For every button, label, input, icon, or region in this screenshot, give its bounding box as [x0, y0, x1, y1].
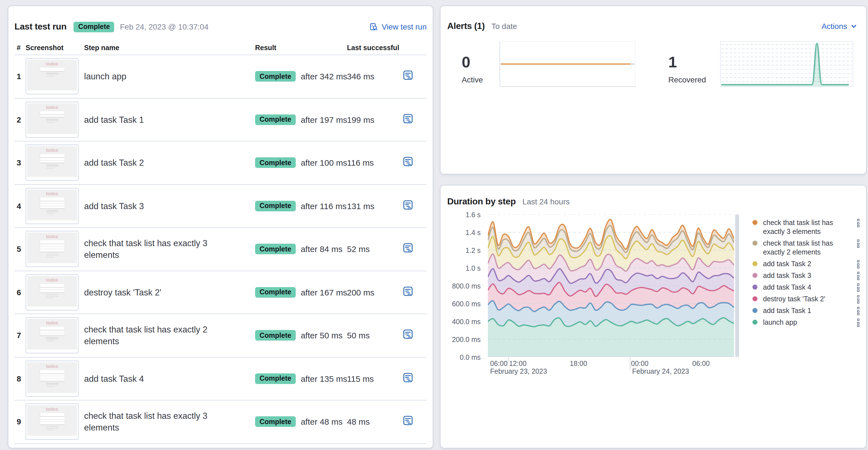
trace-timeline-icon: [403, 330, 413, 339]
step-result-cell: Complete after 167 ms: [255, 287, 347, 298]
last-test-run-title: Last test run: [14, 22, 67, 32]
y-axis-tick-label: 1.6 s: [442, 211, 480, 219]
step-duration-text: after 48 ms: [301, 417, 343, 427]
legend-item-options-icon[interactable]: [857, 272, 859, 280]
step-details-button[interactable]: [403, 71, 413, 83]
step-screenshot-thumbnail[interactable]: todos: [26, 317, 79, 354]
alerts-actions-button[interactable]: Actions: [822, 22, 857, 31]
legend-item-label: destroy task 'Task 2': [763, 294, 847, 303]
trace-timeline-icon: [403, 114, 413, 123]
step-name: check that task list has exactly 3 eleme…: [84, 237, 235, 261]
step-result-cell: Complete after 50 ms: [255, 330, 343, 341]
x-axis-tick-label: 18:00: [570, 360, 587, 367]
active-alerts-count: 0: [462, 54, 470, 71]
step-screenshot-thumbnail[interactable]: todos: [26, 404, 79, 440]
x-axis-tick-label: 06:00: [490, 360, 508, 367]
thumbnail-input-bar: [40, 284, 64, 287]
legend-item[interactable]: add task Task 3: [752, 269, 862, 281]
trace-timeline-icon: [403, 416, 413, 425]
step-screenshot-thumbnail[interactable]: todos: [26, 102, 79, 138]
alerts-title: Alerts (1): [447, 21, 485, 31]
step-screenshot-thumbnail[interactable]: todos: [26, 145, 79, 181]
step-number: 2: [17, 115, 21, 124]
duration-subtitle: Last 24 hours: [522, 197, 570, 206]
step-result-cell: Complete after 342 ms: [255, 71, 347, 82]
step-duration-text: after 197 ms: [301, 115, 347, 125]
alerts-header: Alerts (1) To date Actions: [447, 20, 857, 33]
legend-item[interactable]: add task Task 4: [752, 281, 862, 293]
legend-item[interactable]: add task Task 2: [752, 258, 862, 269]
step-details-button[interactable]: [403, 287, 413, 298]
view-test-run-link[interactable]: View test run: [370, 22, 427, 31]
step-last-successful: 199 ms: [347, 115, 374, 125]
x-axis-tick-mark: [630, 357, 630, 369]
legend-item[interactable]: destroy task 'Task 2': [752, 293, 862, 304]
legend-item-label: check that task list has exactly 2 eleme…: [763, 239, 847, 256]
step-name: launch app: [84, 71, 235, 83]
step-number: 9: [17, 417, 21, 426]
step-duration-text: after 84 ms: [301, 245, 343, 254]
legend-item-label: add task Task 2: [763, 259, 847, 268]
step-details-button[interactable]: [403, 157, 413, 169]
legend-item-options-icon[interactable]: [857, 295, 859, 303]
step-duration-text: after 342 ms: [301, 72, 347, 81]
legend-item-options-icon[interactable]: [857, 260, 859, 268]
legend-item-label: add task Task 4: [763, 283, 847, 292]
step-number: 1: [17, 72, 21, 81]
run-timestamp: Feb 24, 2023 @ 10:37:04: [120, 22, 209, 31]
step-duration-text: after 116 ms: [301, 201, 347, 211]
step-details-button[interactable]: [403, 200, 413, 212]
step-table-row: 4 todos add task Task 3 Complete after: [14, 185, 427, 228]
step-details-button[interactable]: [403, 114, 413, 126]
step-name: add task Task 3: [84, 200, 235, 212]
legend-item[interactable]: check that task list has exactly 3 eleme…: [752, 217, 862, 237]
step-number: 5: [17, 245, 21, 254]
step-details-button[interactable]: [403, 244, 413, 255]
legend-item-options-icon[interactable]: [857, 219, 859, 227]
col-header-screenshot: Screenshot: [26, 44, 63, 52]
legend-item[interactable]: check that task list has exactly 2 eleme…: [752, 237, 862, 258]
step-result-cell: Complete after 48 ms: [255, 417, 343, 427]
step-details-button[interactable]: [403, 373, 413, 385]
legend-item-options-icon[interactable]: [857, 319, 859, 327]
step-table-row: 3 todos add task Task 2 Complete after: [14, 141, 427, 185]
recovered-alerts-label: Recovered: [668, 75, 706, 84]
step-last-successful: 115 ms: [347, 374, 374, 383]
inspect-icon: [370, 23, 378, 31]
legend-color-dot: [752, 296, 757, 301]
step-number: 6: [17, 288, 21, 297]
step-screenshot-thumbnail[interactable]: todos: [26, 188, 79, 224]
duration-chart-plot[interactable]: [488, 215, 734, 357]
legend-item-options-icon[interactable]: [857, 239, 859, 248]
x-axis-date-label: February 23, 2023: [490, 367, 547, 375]
step-table-row: 5 todos check that task list has exactly…: [14, 228, 427, 271]
step-status-badge: Complete: [255, 287, 296, 298]
y-axis-tick-label: 800.0 ms: [442, 282, 480, 290]
step-screenshot-thumbnail[interactable]: todos: [26, 361, 79, 397]
x-axis-tick-label: 12:00: [509, 360, 527, 367]
thumbnail-input-bar: [40, 370, 64, 374]
step-name: add task Task 2: [84, 157, 235, 169]
thumbnail-app-title: todos: [27, 278, 77, 283]
y-axis-tick-label: 400.0 ms: [442, 318, 480, 326]
x-axis-tick-mark: [508, 357, 508, 362]
legend-item[interactable]: add task Task 1: [752, 304, 862, 316]
step-last-successful: 52 ms: [347, 245, 370, 254]
legend-item[interactable]: launch app: [752, 316, 862, 328]
step-details-button[interactable]: [403, 416, 413, 428]
step-screenshot-thumbnail[interactable]: todos: [26, 59, 79, 95]
trace-timeline-icon: [403, 200, 413, 210]
step-screenshot-thumbnail[interactable]: todos: [26, 231, 79, 267]
step-details-button[interactable]: [403, 330, 413, 342]
legend-item-label: add task Task 1: [763, 306, 847, 315]
x-axis-date-label: February 24, 2023: [632, 367, 689, 375]
thumbnail-app-title: todos: [27, 407, 77, 412]
alerts-actions-label: Actions: [822, 22, 847, 31]
thumbnail-input-bar: [40, 197, 64, 201]
thumbnail-input-bar: [40, 240, 64, 244]
legend-item-options-icon[interactable]: [857, 307, 859, 315]
thumbnail-app-title: todos: [27, 62, 77, 67]
x-axis-tick-label: 06:00: [692, 360, 710, 367]
step-screenshot-thumbnail[interactable]: todos: [26, 274, 79, 311]
legend-item-options-icon[interactable]: [857, 284, 859, 292]
